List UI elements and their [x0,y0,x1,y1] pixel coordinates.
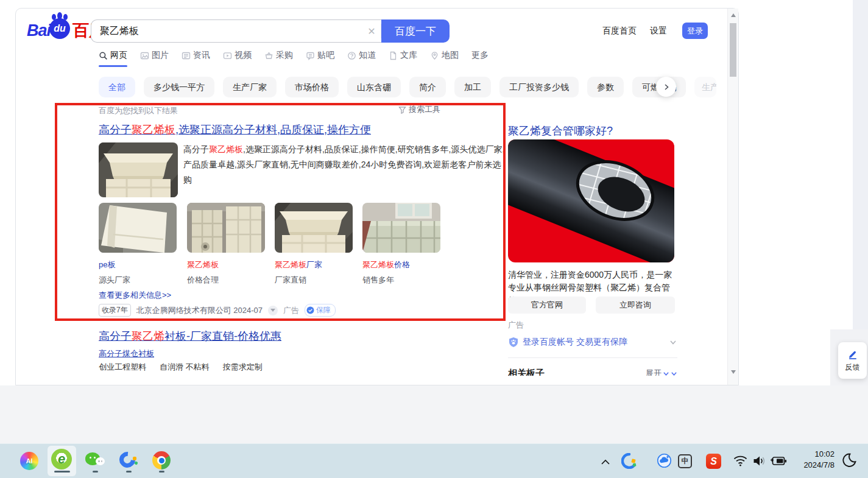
tab-video[interactable]: 视频 [223,50,252,66]
sidebar-ad-title[interactable]: 聚乙烯复合管哪家好? [508,124,613,138]
guarantee-label: 保障 [316,305,331,315]
chip-factory-invest[interactable]: 工厂投资多少钱 [499,77,579,97]
expand-button[interactable]: 展开 [646,368,677,376]
title-highlight: 聚乙烯 [132,330,164,342]
clear-icon[interactable]: ✕ [362,26,381,37]
filter-chips: 全部 多少钱一平方 生产厂家 市场价格 山东含硼 简介 加工 工厂投资多少钱 参… [99,77,716,97]
image-icon [140,51,149,60]
result1-main-image[interactable] [99,142,178,197]
sidebar-login-banner[interactable]: 登录百度帐号 交易更有保障 [508,337,677,348]
tag: 创业工程塑料 [99,362,146,373]
result1-title-link[interactable]: 高分子聚乙烯板,选聚正源高分子材料,品质保证,操作方便 [99,123,371,136]
expand-label: 展开 [646,368,662,376]
battery-charging-icon[interactable] [770,455,787,469]
chip-market-price[interactable]: 市场价格 [285,77,339,97]
card-title[interactable]: 聚乙烯板 [187,259,265,270]
night-mode-moon-icon[interactable] [841,452,857,471]
card-photo[interactable] [275,203,353,253]
card-photo[interactable] [99,203,177,253]
chip-params[interactable]: 参数 [587,77,624,97]
scroll-down-arrow-icon[interactable] [731,370,736,374]
screen: Bai du 百度 ✕ 百度一下 百度首页 设置 登录 网页 图片 [0,0,868,478]
running-indicator [126,471,132,473]
feedback-button[interactable]: 反馈 [838,342,867,379]
baidu-home-link[interactable]: 百度首页 [602,26,637,37]
search-tools[interactable]: 搜索工具 [398,104,440,115]
card-title[interactable]: 聚乙烯板价格 [362,259,440,270]
guarantee-badge[interactable]: 保障 [305,304,336,317]
ime-label: 中 [682,456,689,466]
tab-web[interactable]: 网页 [99,50,127,66]
search-button[interactable]: 百度一下 [381,19,450,43]
running-indicator [159,471,164,473]
browser-360-app-icon[interactable]: e [51,449,72,469]
chevron-down-icon [663,370,669,376]
tray-cloud-icon[interactable] [657,453,672,471]
tray-wecom-icon[interactable] [621,453,637,471]
chip-all[interactable]: 全部 [99,77,135,97]
result-options-button[interactable] [268,306,278,315]
tab-zhidao[interactable]: 知道 [347,50,376,66]
sogou-tray-icon[interactable]: S [706,454,721,469]
tab-procurement[interactable]: 采购 [264,50,293,66]
volume-icon[interactable] [752,455,767,469]
basket-icon [264,51,273,60]
page-scrollbar[interactable] [727,9,738,385]
scroll-up-arrow-icon[interactable] [731,13,736,17]
sidebar-ad-image[interactable] [508,139,674,262]
chip-partial[interactable]: 生产 [694,77,716,97]
settings-link[interactable]: 设置 [650,26,667,37]
chip-price-per-sqm[interactable]: 多少钱一平方 [144,77,214,97]
chip-manufacturer[interactable]: 生产厂家 [223,77,277,97]
clock-time: 10:02 [792,449,834,460]
result1-source: 北京企腾网络技术有限公司 2024-07 [136,305,263,316]
consult-now-button[interactable]: 立即咨询 [596,297,675,314]
taskbar-clock[interactable]: 10:02 2024/7/8 [792,449,834,471]
pipe-photo [508,139,674,262]
chrome-app-icon[interactable] [152,451,171,469]
card-title[interactable]: pe板 [99,259,177,270]
tab-wenku[interactable]: 文库 [389,50,417,66]
chips-scroll-right-button[interactable] [656,77,676,97]
location-pin-icon [430,51,439,60]
tab-tieba[interactable]: 贴吧 [306,50,334,66]
tab-more[interactable]: 更多 [471,50,489,66]
see-more-link[interactable]: 查看更多相关信息>> [99,290,171,301]
desc-part: 高分子 [183,144,209,154]
desc-highlight: 聚乙烯板 [209,144,243,154]
card-subtitle: 价格合理 [187,275,265,286]
wechat-app-icon[interactable] [85,451,105,471]
baidu-paw-icon: du [49,18,70,39]
wecom-app-icon[interactable] [119,451,138,469]
input-method-indicator[interactable]: 中 [678,454,692,468]
ad-label: 广告 [283,305,299,316]
result1-card-2: 聚乙烯板 价格合理 [187,203,265,286]
result1-card-1: pe板 源头厂家 [99,203,177,286]
title-part: ,选聚正源高分子材料,品质保证,操作方便 [175,124,371,136]
nav-tabs: 网页 图片 资讯 视频 采购 贴吧 [99,50,489,66]
feedback-label: 反馈 [845,362,860,373]
tray-expand-button[interactable] [601,457,610,468]
tab-images[interactable]: 图片 [140,50,169,66]
tab-news[interactable]: 资讯 [182,50,210,66]
result2-sublink[interactable]: 高分子煤仓衬板 [99,348,154,359]
desktop-band [0,385,868,443]
card-title[interactable]: 聚乙烯板厂家 [275,259,353,270]
chip-intro[interactable]: 简介 [409,77,446,97]
scrollbar-thumb[interactable] [730,23,736,77]
tab-label: 知道 [359,50,376,61]
wifi-icon[interactable] [733,455,748,469]
search-input[interactable] [91,26,362,37]
official-site-button[interactable]: 官方官网 [508,297,586,314]
card-photo[interactable] [362,203,440,253]
ai-assistant-app-icon[interactable]: AI [20,452,38,470]
login-button[interactable]: 登录 [682,23,708,39]
search-box[interactable]: ✕ [91,19,381,43]
tab-map[interactable]: 地图 [430,50,459,66]
chip-processing[interactable]: 加工 [454,77,491,97]
taskbar: AI e [0,443,868,478]
card-title-em: 聚乙烯板 [362,260,394,269]
result2-title-link[interactable]: 高分子聚乙烯衬板-厂家直销-价格优惠 [99,329,281,343]
card-photo[interactable] [187,203,265,253]
chip-shandong-boron[interactable]: 山东含硼 [347,77,401,97]
